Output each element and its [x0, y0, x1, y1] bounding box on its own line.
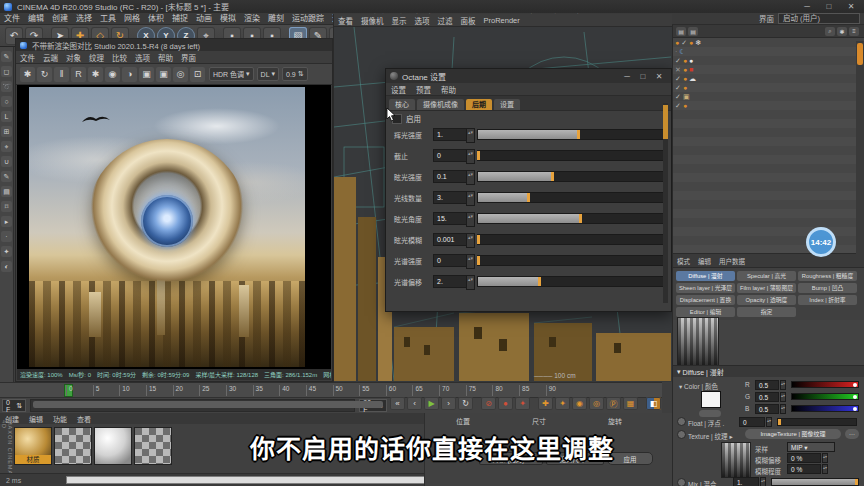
paint-icon[interactable]: ✎: [1, 171, 12, 182]
mix-spinner[interactable]: ▴▾: [760, 477, 766, 486]
refresh-icon[interactable]: ↻: [37, 67, 52, 82]
live-viewer-menu-item-6[interactable]: 帮助: [154, 52, 177, 63]
om-tab-icon[interactable]: ▤: [688, 27, 698, 36]
main-menu-item-7[interactable]: 捕捉: [168, 13, 192, 25]
main-menu-item-6[interactable]: 体积: [144, 13, 168, 25]
param-spinner-1[interactable]: ▴▾: [466, 149, 475, 164]
viewport-menu-item-0[interactable]: 查看: [334, 15, 357, 26]
channel-button-4[interactable]: Film layer | 薄膜图层: [737, 283, 796, 293]
rgb-spinner-R[interactable]: ▴▾: [780, 380, 786, 390]
param-value-5[interactable]: 0.001: [433, 233, 468, 246]
box-icon[interactable]: ◻: [1, 66, 12, 77]
rgb-spinner-G[interactable]: ▴▾: [780, 392, 786, 402]
param-slider-handle-7[interactable]: [538, 277, 541, 286]
mix-slider[interactable]: [771, 478, 859, 486]
mix-node-dot[interactable]: [677, 478, 686, 486]
material-manager-menu-item-3[interactable]: 查看: [72, 414, 96, 424]
mix-value[interactable]: 1.: [733, 477, 759, 486]
maximize-button[interactable]: □: [818, 0, 840, 13]
main-menu-item-10[interactable]: 渲染: [240, 13, 264, 25]
param-value-0[interactable]: 1.: [433, 128, 468, 141]
main-menu-item-0[interactable]: 文件: [0, 13, 24, 25]
param-spinner-6[interactable]: ▴▾: [466, 254, 475, 269]
live-viewer-menu-item-4[interactable]: 比较: [108, 52, 131, 63]
viewport-menu-item-4[interactable]: 过滤: [434, 15, 457, 26]
main-menu-item-8[interactable]: 动画: [192, 13, 216, 25]
param-slider-handle-4[interactable]: [579, 214, 582, 223]
channel-button-2[interactable]: Roughness | 粗糙度: [798, 271, 857, 281]
channel-button-3[interactable]: Sheen layer | 光泽层: [676, 283, 735, 293]
live-viewer-titlebar[interactable]: 不带新渲染图对比 Studio 2020.1.5-R4 (8 days left…: [16, 39, 332, 51]
channel-button-6[interactable]: Displacement | 置换: [676, 295, 735, 305]
channel-button-5[interactable]: Bump | 凹凸: [798, 283, 857, 293]
dialog-tab-3[interactable]: 设置: [494, 99, 520, 110]
blur-scale-spinner[interactable]: ▴▾: [822, 464, 828, 474]
param-spinner-0[interactable]: ▴▾: [466, 128, 475, 143]
param-value-7[interactable]: 2.: [433, 275, 468, 288]
dot-icon[interactable]: ·: [1, 231, 12, 242]
rgb-slider-G[interactable]: [791, 393, 859, 400]
rgb-slider-R[interactable]: [791, 381, 859, 388]
dialog-minimize-button[interactable]: ─: [619, 72, 635, 81]
attribute-menu-item-1[interactable]: 编辑: [694, 256, 715, 266]
param-spinner-5[interactable]: ▴▾: [466, 233, 475, 248]
param-spinner-2[interactable]: ▴▾: [466, 170, 475, 185]
timeline-scrollbar[interactable]: [30, 399, 355, 412]
rgb-value-G[interactable]: 0.5: [755, 392, 779, 402]
key-icon[interactable]: ✦: [1, 246, 12, 257]
object-row-5[interactable]: ✓●: [673, 83, 864, 92]
pen-icon[interactable]: ✎: [1, 51, 12, 62]
main-menu-item-1[interactable]: 编辑: [24, 13, 48, 25]
attribute-menu-item-0[interactable]: 模式: [673, 256, 694, 266]
record-button[interactable]: ●: [498, 397, 513, 410]
material-manager-menu-item-1[interactable]: 编辑: [24, 414, 48, 424]
dl-kernel-dropdown[interactable]: DL ▾: [257, 67, 279, 81]
main-menu-item-3[interactable]: 选择: [72, 13, 96, 25]
object-row-1[interactable]: ·☾: [673, 47, 864, 56]
key-scale-button[interactable]: ◎: [589, 397, 604, 410]
blur-scale-value[interactable]: 0 %: [787, 464, 821, 474]
dialog-titlebar[interactable]: Octane 设置 ─ □ ✕: [386, 69, 671, 83]
hdr-tone-dropdown[interactable]: HDR 色调 ▾: [209, 67, 254, 81]
object-row-2[interactable]: ✓●●: [673, 56, 864, 65]
key-rot-button[interactable]: Ⓟ: [606, 397, 621, 410]
circle-icon[interactable]: ○: [1, 96, 12, 107]
skip-start-button[interactable]: «: [390, 397, 405, 410]
param-spinner-4[interactable]: ▴▾: [466, 212, 475, 227]
minimize-button[interactable]: ─: [796, 0, 818, 13]
key-auto-button[interactable]: ✦: [555, 397, 570, 410]
channel-button-9[interactable]: Editor | 编辑: [676, 307, 735, 317]
key-param-button[interactable]: ▦: [623, 397, 638, 410]
param-slider-handle-2[interactable]: [551, 172, 554, 181]
main-menu-item-11[interactable]: 雕刻: [264, 13, 288, 25]
param-slider-3[interactable]: [477, 192, 665, 203]
param-spinner-7[interactable]: ▴▾: [466, 275, 475, 290]
dialog-menu-item-1[interactable]: 预置: [411, 84, 436, 95]
pause-icon[interactable]: ‖: [54, 67, 69, 82]
split-button[interactable]: ◧: [646, 397, 661, 410]
key-add-button[interactable]: ✚: [538, 397, 553, 410]
gear-icon[interactable]: ✱: [20, 67, 35, 82]
object-row-4[interactable]: ✓●☁: [673, 74, 864, 83]
float-node-dot[interactable]: [677, 417, 686, 426]
om-tab-icon[interactable]: ▤: [676, 27, 686, 36]
param-slider-5[interactable]: [477, 234, 665, 245]
param-value-6[interactable]: 0: [433, 254, 468, 267]
live-viewer-menu-item-1[interactable]: 云端: [39, 52, 62, 63]
current-frame-field[interactable]: 0 F ⇅: [2, 399, 26, 412]
param-slider-7[interactable]: [477, 276, 665, 287]
live-viewer-menu-item-2[interactable]: 对象: [62, 52, 85, 63]
cam-icon[interactable]: ⌑: [1, 201, 12, 212]
rgb-value-R[interactable]: 0.5: [755, 380, 779, 390]
dialog-menu-item-2[interactable]: 帮助: [436, 84, 461, 95]
param-value-1[interactable]: 0: [433, 149, 468, 162]
spline-icon[interactable]: ➰: [1, 81, 12, 92]
param-slider-handle-1[interactable]: [477, 151, 480, 160]
float-spinner[interactable]: ▴▾: [766, 417, 772, 427]
diffuse-section-header[interactable]: ▾ Diffuse | 漫射: [673, 365, 864, 377]
loop-button[interactable]: ↻: [458, 397, 473, 410]
dialog-maximize-button[interactable]: □: [635, 72, 651, 81]
img-icon[interactable]: ▣: [156, 67, 171, 82]
viewport-menu-item-3[interactable]: 选项: [411, 15, 434, 26]
live-viewer-menu-item-7[interactable]: 界面: [177, 52, 200, 63]
